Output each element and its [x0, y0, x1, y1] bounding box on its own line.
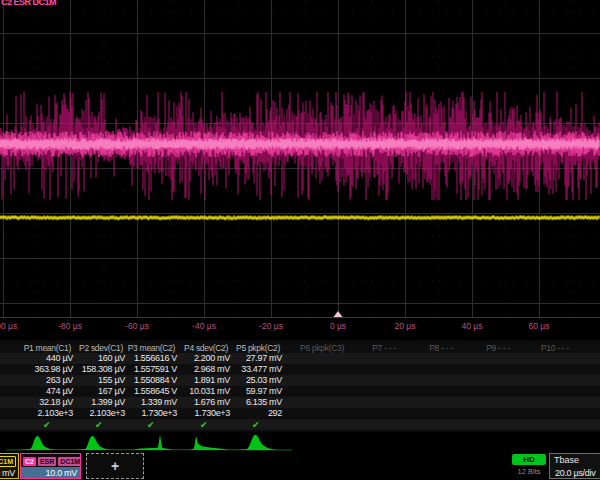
add-trace-button[interactable]: + — [86, 453, 144, 479]
time-axis-label: -60 µs — [125, 321, 149, 331]
time-axis-label: 0 µs — [330, 321, 346, 331]
trigger-time-marker — [334, 311, 343, 317]
measurement-value: 27.97 mV — [220, 353, 282, 363]
waveform-display: -100 µs-80 µs-60 µs-40 µs-20 µs0 µs20 µs… — [0, 0, 600, 332]
measurement-table: P1 mean(C1)P2 sdev(C1)P3 mean(C2)P4 sdev… — [0, 340, 600, 432]
histicon-row — [0, 431, 300, 452]
trace-label: C2 ESR DC1M — [1, 0, 56, 7]
status-check-icon: ✔ — [95, 420, 103, 430]
histicon[interactable] — [132, 435, 173, 451]
hd-badge: HD — [512, 454, 546, 465]
timebase-box[interactable]: Tbase 20.0 µs/div — [549, 453, 600, 479]
status-check-icon: ✔ — [200, 420, 208, 430]
time-axis-label: 40 µs — [462, 321, 483, 331]
status-check-icon: ✔ — [252, 420, 260, 430]
parameter-header-inactive[interactable]: P8 - - - — [411, 343, 471, 353]
c1-descriptor-box[interactable]: DC1M 50.0 mV — [0, 453, 19, 479]
measurement-value: 59.97 mV — [220, 386, 282, 396]
time-axis-label: 20 µs — [395, 321, 416, 331]
parameter-header[interactable]: P5 pkpk(C2) — [218, 343, 280, 353]
c1-coupling-badge: DC1M — [0, 456, 16, 467]
time-axis-label: -80 µs — [58, 321, 82, 331]
c2-scale-value: 10.0 mV — [21, 467, 80, 479]
parameter-header-inactive[interactable]: P10 - - - — [525, 343, 585, 353]
time-axis-label: -40 µs — [192, 321, 216, 331]
c2-channel-badge: C2 — [23, 457, 36, 466]
parameter-header-inactive[interactable]: P6 pkpk(C3) — [292, 343, 352, 353]
measurement-value: 292 — [220, 408, 282, 418]
status-check-icon: ✔ — [43, 420, 51, 430]
time-axis-label: -100 µs — [0, 321, 17, 331]
status-check-icon: ✔ — [147, 420, 155, 430]
c1-scale-value: 50.0 mV — [0, 467, 18, 479]
parameter-header-inactive[interactable]: P7 - - - — [354, 343, 414, 353]
c2-descriptor-box[interactable]: C2 ESR DC1M 10.0 mV — [20, 453, 81, 479]
histicon[interactable] — [20, 436, 57, 450]
plus-icon: + — [111, 459, 119, 473]
timebase-label: Tbase — [550, 454, 600, 467]
time-axis-label: 60 µs — [529, 321, 550, 331]
c2-esr-badge: ESR — [38, 457, 56, 466]
oscilloscope-screen: -100 µs-80 µs-60 µs-40 µs-20 µs0 µs20 µs… — [0, 0, 600, 480]
c2-coupling-badge: DC1M — [58, 457, 81, 466]
table-row-stripe — [0, 419, 600, 430]
measurement-value: 6.135 mV — [220, 397, 282, 407]
hd-bits-label: 12 Bits — [510, 467, 548, 476]
histicon[interactable] — [76, 436, 112, 450]
histicon[interactable] — [190, 436, 229, 450]
timebase-scale: 20.0 µs/div — [550, 467, 600, 479]
histicon[interactable] — [238, 435, 277, 450]
measurement-value: 25.03 mV — [220, 375, 282, 385]
parameter-header-inactive[interactable]: P9 - - - — [468, 343, 528, 353]
time-axis-label: -20 µs — [259, 321, 283, 331]
descriptor-bar: DC1M 50.0 mV C2 ESR DC1M 10.0 mV + HD 12… — [0, 452, 600, 480]
measurement-value: 33.477 mV — [220, 364, 282, 374]
